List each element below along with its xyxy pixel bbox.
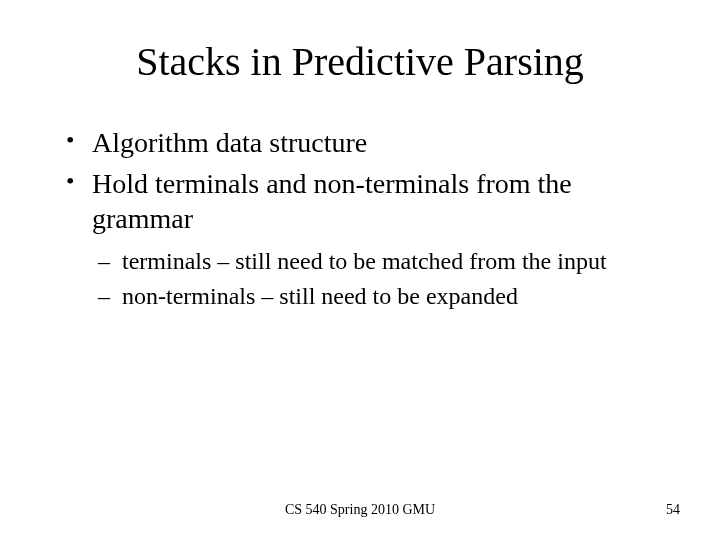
bullet-text: non-terminals – still need to be expande… (122, 283, 518, 309)
bullet-text: Algorithm data structure (92, 127, 367, 158)
slide: Stacks in Predictive Parsing Algorithm d… (0, 0, 720, 540)
bullet-list-level-1: Algorithm data structure Hold terminals … (60, 125, 660, 312)
bullet-list-level-2: terminals – still need to be matched fro… (92, 246, 660, 312)
footer-center: CS 540 Spring 2010 GMU (0, 502, 720, 518)
list-item: Algorithm data structure (88, 125, 660, 160)
list-item: non-terminals – still need to be expande… (118, 281, 660, 312)
bullet-text: terminals – still need to be matched fro… (122, 248, 607, 274)
list-item: Hold terminals and non-terminals from th… (88, 166, 660, 312)
slide-title: Stacks in Predictive Parsing (60, 38, 660, 85)
list-item: terminals – still need to be matched fro… (118, 246, 660, 277)
slide-number: 54 (666, 502, 680, 518)
bullet-text: Hold terminals and non-terminals from th… (92, 168, 572, 234)
